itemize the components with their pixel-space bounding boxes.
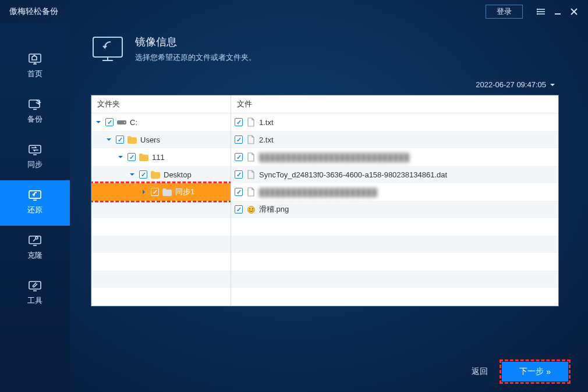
menu-list-icon[interactable] <box>533 3 550 20</box>
pad-row <box>231 218 558 236</box>
pad-row <box>231 236 558 253</box>
file-icon <box>246 152 256 162</box>
sidebar-item-backup[interactable]: 备份 <box>0 90 70 135</box>
pad-row <box>231 253 558 270</box>
folder-pane: 文件夹 C: Users 111 <box>91 95 231 306</box>
drive-icon <box>117 117 126 127</box>
file-row[interactable]: 滑稽.png <box>231 201 558 218</box>
pad-row <box>231 288 558 305</box>
checkbox[interactable] <box>235 136 243 144</box>
svg-rect-15 <box>29 281 41 289</box>
page-header: 镜像信息 选择您希望还原的文件或者文件夹。 <box>91 35 559 64</box>
expander-icon[interactable] <box>140 188 147 195</box>
file-browser: 文件夹 C: Users 111 <box>91 95 559 307</box>
minimize-icon[interactable] <box>550 3 566 20</box>
checkbox[interactable] <box>139 170 147 179</box>
file-row[interactable]: SyncToy_d24813f0-3636-4600-a158-98023813… <box>231 166 558 183</box>
chevrons-right-icon: » <box>546 367 551 376</box>
selection-highlight <box>91 181 231 202</box>
file-list: 1.txt 2.txt ████████████████████████████… <box>231 113 558 306</box>
tools-icon <box>27 279 42 292</box>
expander-icon[interactable] <box>117 154 124 161</box>
checkbox[interactable] <box>116 136 124 144</box>
folder-icon <box>127 135 137 144</box>
tree-label: 同步1 <box>175 187 194 197</box>
file-row[interactable]: ████████████████████████████ <box>231 148 558 166</box>
timestamp-text: 2022-06-27 09:47:05 <box>476 80 546 89</box>
file-label: 1.txt <box>259 118 274 127</box>
tree-label: Users <box>140 136 160 144</box>
pad-row <box>91 253 231 270</box>
checkbox[interactable] <box>235 170 243 179</box>
sync-icon <box>27 143 42 156</box>
file-row[interactable]: 1.txt <box>231 113 558 131</box>
folder-tree: C: Users 111 D <box>91 113 231 306</box>
sidebar-item-home[interactable]: 首页 <box>0 44 70 90</box>
page-subtitle: 选择您希望还原的文件或者文件夹。 <box>135 52 256 63</box>
expander-icon[interactable] <box>95 119 102 126</box>
sidebar-item-label: 备份 <box>27 114 42 124</box>
timestamp-dropdown[interactable]: 2022-06-27 09:47:05 <box>91 80 559 89</box>
image-info-icon <box>91 35 125 64</box>
back-button[interactable]: 返回 <box>472 366 488 377</box>
checkbox[interactable] <box>105 118 114 126</box>
next-button-highlight: 下一步 » <box>500 359 571 384</box>
svg-rect-11 <box>29 145 41 153</box>
login-button[interactable]: 登录 <box>486 5 523 19</box>
folder-icon <box>151 170 160 179</box>
backup-icon <box>27 98 42 111</box>
sidebar-item-clone[interactable]: 克隆 <box>0 226 70 271</box>
checkbox[interactable] <box>235 205 243 213</box>
file-label: ████████████████████████████ <box>259 153 409 162</box>
file-icon <box>246 170 256 179</box>
svg-point-14 <box>36 237 38 239</box>
file-icon <box>246 187 256 197</box>
close-icon[interactable] <box>566 3 582 20</box>
sidebar-item-label: 首页 <box>27 69 42 79</box>
pad-row <box>91 288 231 305</box>
checkbox[interactable] <box>235 153 243 161</box>
file-label: SyncToy_d24813f0-3636-4600-a158-98023813… <box>259 170 447 179</box>
tree-row[interactable]: Desktop <box>91 166 231 183</box>
pad-row <box>91 218 231 236</box>
checkbox[interactable] <box>235 188 243 196</box>
sidebar-item-label: 工具 <box>27 295 42 306</box>
expander-icon[interactable] <box>129 171 136 178</box>
tree-row[interactable]: C: <box>91 113 231 131</box>
titlebar: 傲梅轻松备份 登录 <box>0 0 588 23</box>
folder-pane-header: 文件夹 <box>91 95 231 113</box>
file-label: ██████████████████████ <box>259 188 377 197</box>
checkbox[interactable] <box>127 153 136 161</box>
sidebar-item-sync[interactable]: 同步 <box>0 135 70 180</box>
tree-row[interactable]: 111 <box>91 148 231 166</box>
folder-icon <box>162 187 172 197</box>
tree-row-selected[interactable]: 同步1 <box>91 183 231 201</box>
checkbox[interactable] <box>235 118 243 126</box>
svg-rect-16 <box>93 37 122 57</box>
svg-point-3 <box>537 9 538 10</box>
expander-icon[interactable] <box>105 136 112 143</box>
file-row[interactable]: 2.txt <box>231 131 558 148</box>
tree-row[interactable]: Users <box>91 131 231 148</box>
app-title: 傲梅轻松备份 <box>9 6 58 17</box>
sidebar-item-tools[interactable]: 工具 <box>0 271 70 316</box>
tree-label: C: <box>130 118 137 127</box>
svg-point-19 <box>247 206 254 213</box>
image-icon <box>246 205 256 214</box>
checkbox[interactable] <box>151 188 159 196</box>
sidebar-item-restore[interactable]: 还原 <box>0 180 70 226</box>
file-label: 2.txt <box>259 136 274 144</box>
pad-row <box>91 270 231 288</box>
pad-row <box>91 236 231 253</box>
next-button[interactable]: 下一步 » <box>502 362 568 382</box>
svg-point-21 <box>252 208 253 209</box>
svg-point-4 <box>537 12 538 12</box>
page-title: 镜像信息 <box>135 35 256 49</box>
restore-icon <box>27 188 42 201</box>
folder-icon <box>139 152 148 162</box>
sidebar-item-label: 克隆 <box>27 250 42 261</box>
sidebar-item-label: 同步 <box>27 159 42 170</box>
file-row[interactable]: ██████████████████████ <box>231 183 558 201</box>
tree-label: 111 <box>152 153 165 162</box>
svg-point-20 <box>249 208 250 209</box>
